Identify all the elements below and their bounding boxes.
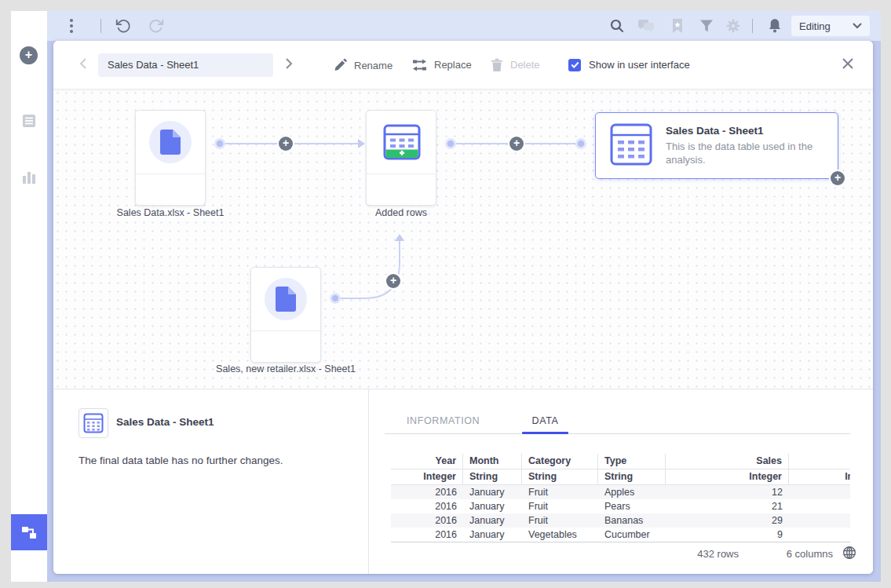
table-cell: 9 <box>666 528 789 542</box>
kebab-menu-icon[interactable] <box>70 19 73 33</box>
tab-information[interactable]: INFORMATION <box>407 415 480 426</box>
filter-icon[interactable] <box>699 19 714 34</box>
table-cell: Integer <box>391 469 463 484</box>
table-cell: String <box>598 469 666 484</box>
gear-icon[interactable] <box>725 18 741 34</box>
table-cell: Category <box>522 454 598 469</box>
show-in-ui-checkbox-group[interactable]: Show in user interface <box>568 59 690 71</box>
insert-transformation-button[interactable]: + <box>386 274 400 288</box>
chart-icon[interactable] <box>21 170 37 187</box>
close-panel-button[interactable] <box>842 57 854 73</box>
table-cell: 29 <box>666 513 789 528</box>
insert-transformation-button[interactable]: + <box>279 137 293 151</box>
table-cell <box>789 528 850 542</box>
source-node-1[interactable] <box>135 110 206 206</box>
add-step-button[interactable]: + <box>831 171 845 185</box>
table-cell: Cucumber <box>598 528 666 542</box>
table-row: 2016JanuaryFruitBananas29 <box>391 513 850 528</box>
rename-button[interactable]: Rename <box>334 58 393 71</box>
insert-transformation-button[interactable]: + <box>509 137 524 151</box>
checkbox-checked-icon[interactable] <box>568 59 581 71</box>
transform-node-label: Added rows <box>307 207 495 218</box>
mode-dropdown[interactable]: Editing <box>791 16 870 36</box>
added-rows-icon <box>383 124 421 160</box>
toolbar-divider <box>752 19 753 33</box>
file-icon <box>160 130 181 155</box>
table-row: 2016JanuaryVegetablesCucumber9 <box>391 528 850 542</box>
table-cell: 2016 <box>391 513 463 528</box>
table-cell: Sales <box>666 454 789 469</box>
table-icon <box>83 413 104 433</box>
replace-button[interactable]: Replace <box>412 59 472 71</box>
table-row: IntegerStringStringStringIntegerInteg <box>391 469 850 485</box>
table-cell <box>789 499 850 513</box>
table-row: 2016JanuaryFruitApples12 <box>391 485 850 499</box>
table-cell: Month <box>463 454 522 469</box>
replace-label: Replace <box>434 59 472 71</box>
table-cell <box>789 485 850 499</box>
table-selector[interactable]: Sales Data - Sheet1 <box>98 53 273 77</box>
table-cell: January <box>463 485 522 499</box>
trash-icon <box>491 58 503 72</box>
active-tab-underline <box>522 432 568 434</box>
final-table-node[interactable]: Sales Data - Sheet1 This is the data tab… <box>595 112 838 179</box>
table-cell: Fruit <box>522 513 598 528</box>
source-node-1-label: Sales Data.xlsx - Sheet1 <box>76 207 265 218</box>
table-cell: Bananas <box>598 513 666 528</box>
table-cell: Type <box>598 454 666 469</box>
bookmark-icon[interactable] <box>670 18 685 34</box>
data-canvas-tab[interactable] <box>11 514 47 550</box>
notifications-bell-icon[interactable] <box>767 18 783 35</box>
toolbar-divider <box>100 19 101 33</box>
show-in-ui-label: Show in user interface <box>589 59 690 71</box>
pencil-icon <box>334 58 347 71</box>
previous-table-chevron[interactable] <box>79 57 87 73</box>
selected-step-details: Sales Data - Sheet1 The final data table… <box>53 389 369 574</box>
delete-button[interactable]: Delete <box>491 58 540 72</box>
table-cell: 2016 <box>391 485 463 499</box>
redo-icon[interactable] <box>148 17 165 35</box>
table-cell: Integ <box>789 469 850 484</box>
table-cell: Pears <box>598 499 666 513</box>
table-icon-box <box>79 408 108 438</box>
table-cell: String <box>463 469 522 484</box>
table-cell: Vegetables <box>522 528 598 542</box>
chevron-down-icon <box>853 23 862 29</box>
pages-icon[interactable] <box>21 113 37 132</box>
mode-dropdown-value: Editing <box>799 20 831 32</box>
transform-node-added-rows[interactable] <box>366 110 436 206</box>
data-canvas-panel: Sales Data - Sheet1 Rename Replace Delet… <box>53 41 873 574</box>
add-visualization-button[interactable]: + <box>20 46 38 64</box>
source-node-2-label: Sales, new retailer.xlsx - Sheet1 <box>192 363 380 374</box>
table-cell: String <box>522 469 598 484</box>
table-cell: January <box>463 499 522 513</box>
locale-globe-icon[interactable] <box>842 546 856 563</box>
table-cell: Fruit <box>522 499 598 513</box>
data-table[interactable]: YearMonthCategoryTypeSalesCoIntegerStrin… <box>391 454 850 542</box>
table-cell: 2016 <box>391 528 463 542</box>
table-row: 2016JanuaryFruitPears21 <box>391 499 850 513</box>
search-icon[interactable] <box>609 18 625 34</box>
table-row: YearMonthCategoryTypeSalesCo <box>391 454 850 469</box>
left-sidebar: + <box>11 11 47 582</box>
table-cell: 12 <box>666 485 789 499</box>
file-icon <box>276 287 296 312</box>
table-cell: 2016 <box>391 499 463 513</box>
source-node-2[interactable] <box>250 267 321 363</box>
selected-step-description: The final data table has no further chan… <box>79 455 283 466</box>
comments-icon[interactable] <box>637 19 655 33</box>
table-cell: January <box>463 513 522 528</box>
close-icon <box>842 57 854 70</box>
flow-canvas[interactable]: + + + + Sales Data.xlsx - Sheet1 <box>53 89 873 389</box>
tabs-rule <box>385 433 850 434</box>
app-window: + <box>11 11 881 582</box>
details-section: Sales Data - Sheet1 The final data table… <box>53 389 873 574</box>
canvas-toolbar: Sales Data - Sheet1 Rename Replace Delet… <box>53 41 873 89</box>
table-icon <box>609 122 653 166</box>
next-table-chevron[interactable] <box>285 57 293 73</box>
undo-icon[interactable] <box>115 17 132 35</box>
delete-label: Delete <box>510 59 540 71</box>
tab-data[interactable]: DATA <box>522 415 568 426</box>
final-node-title: Sales Data - Sheet1 <box>666 125 832 137</box>
replace-icon <box>412 59 427 71</box>
